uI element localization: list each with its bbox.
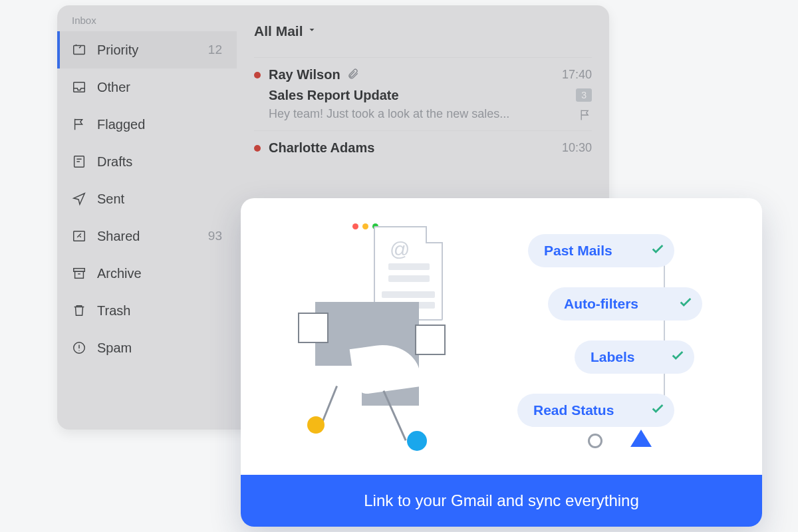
message-subject: Sales Report Update [269,88,592,103]
sidebar-item-other[interactable]: Other [57,68,237,106]
sidebar: Inbox Priority 12 Other Flagged [57,5,237,430]
sidebar-item-label: Shared [97,229,208,244]
at-sign-icon: @ [390,238,410,261]
pill-label: Auto-filters [564,296,638,312]
pill-label: Read Status [533,402,614,418]
spam-icon [72,340,86,355]
chevron-down-icon [307,25,317,37]
sidebar-item-count: 12 [208,43,222,57]
attachment-icon [347,68,359,82]
feature-pill-read-status: Read Status [517,394,674,427]
message-time: 17:40 [562,68,592,82]
pill-label: Past Mails [544,243,612,259]
ring-icon [588,434,602,448]
message-item[interactable]: Ray Wilson 17:40 Sales Report Update Hey… [254,57,592,130]
sent-icon [72,192,86,206]
sidebar-item-label: Flagged [97,117,222,132]
unread-dot-icon [254,145,261,152]
flag-action-icon[interactable] [579,108,592,124]
sidebar-item-drafts[interactable]: Drafts [57,143,237,180]
feature-pill-past-mails: Past Mails [528,234,674,267]
thread-count-badge: 3 [576,88,592,102]
trash-icon [72,303,86,318]
message-sender: Ray Wilson [269,67,340,82]
promo-cta-label: Link to your Gmail and sync everything [364,491,639,510]
sidebar-item-trash[interactable]: Trash [57,292,237,329]
sidebar-title: Inbox [57,9,237,31]
dot-icon [407,431,427,451]
illustration-shape [298,313,329,343]
sidebar-item-label: Other [97,80,222,95]
sidebar-item-flagged[interactable]: Flagged [57,106,237,143]
check-icon [678,295,693,313]
sidebar-item-label: Sent [97,192,222,207]
message-preview: Hey team! Just took a look at the new sa… [269,107,592,121]
dot-icon [307,416,325,434]
sidebar-item-archive[interactable]: Archive [57,255,237,292]
sidebar-item-sent[interactable]: Sent [57,180,237,217]
shared-icon [72,229,86,243]
triangle-icon [630,430,652,447]
message-item[interactable]: Charlotte Adams 10:30 [254,130,592,165]
sidebar-item-label: Trash [97,303,222,319]
check-icon [670,348,685,366]
check-icon [650,402,665,420]
sidebar-item-priority[interactable]: Priority 12 [57,31,237,68]
promo-illustration: @ Past Mails Auto-filters [241,198,762,476]
text-line-icon [388,263,430,270]
check-icon [650,242,665,260]
archive-icon [72,266,86,281]
unread-dot-icon [254,72,261,78]
filter-dropdown[interactable]: All Mail [254,5,592,57]
sidebar-item-spam[interactable]: Spam [57,329,237,366]
message-sender: Charlotte Adams [269,140,374,156]
svg-rect-0 [74,46,85,55]
sidebar-item-label: Archive [97,266,222,281]
message-time: 10:30 [562,141,592,155]
pill-label: Labels [591,349,635,365]
sidebar-item-label: Spam [97,340,222,356]
svg-rect-5 [75,271,84,278]
sidebar-item-shared[interactable]: Shared 93 [57,217,237,255]
sidebar-item-count: 93 [208,229,222,243]
flag-icon [72,117,86,132]
feature-pill-labels: Labels [575,340,694,374]
feature-pill-auto-filters: Auto-filters [548,287,702,321]
text-line-icon [382,291,435,298]
other-icon [72,80,86,94]
priority-icon [72,43,86,57]
promo-cta[interactable]: Link to your Gmail and sync everything [241,475,762,527]
drafts-icon [72,154,86,169]
sidebar-item-label: Drafts [97,154,222,170]
sidebar-item-label: Priority [97,43,208,58]
filter-label: All Mail [254,23,303,39]
illustration-shape [415,325,446,355]
text-line-icon [388,275,430,282]
promo-card: @ Past Mails Auto-filters [241,198,762,527]
